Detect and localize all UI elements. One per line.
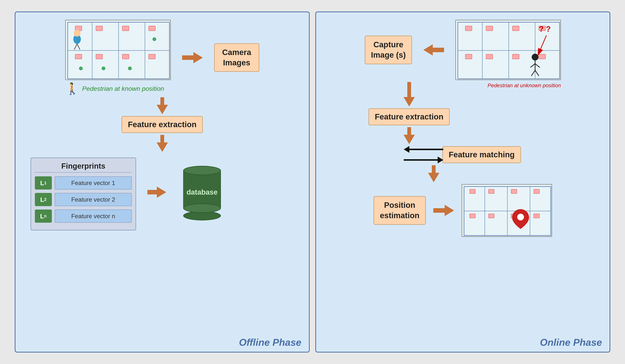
- svg-rect-54: [534, 189, 539, 193]
- svg-point-15: [102, 66, 105, 70]
- online-phase-box: Capture Image (s): [315, 11, 610, 353]
- arrow-stem-h: [147, 190, 157, 194]
- arrow-right-db: [157, 186, 166, 198]
- database-container: database: [183, 166, 221, 218]
- feature-extraction-label-offline: Feature extraction: [128, 120, 196, 129]
- online-floor-plan-top: ? ?: [455, 20, 561, 80]
- result-floor-plan: [462, 184, 552, 237]
- arrow-to-result-map: [433, 205, 454, 216]
- arrow-down-to-matching: [404, 127, 415, 144]
- offline-floor-plan: [65, 20, 171, 80]
- arrow-down-to-db: [157, 135, 168, 152]
- fp-row-2: L2 Feature vector 2: [35, 193, 132, 206]
- vstem: [160, 97, 164, 105]
- svg-rect-11: [96, 54, 102, 59]
- svg-rect-10: [75, 54, 82, 59]
- arrow-right-icon: [193, 52, 203, 63]
- db-bottom1: [183, 204, 221, 213]
- svg-rect-13: [149, 54, 155, 59]
- db-label: database: [187, 188, 218, 196]
- arrow-down-from-capture: [404, 82, 415, 106]
- position-estimation-box: Position estimation: [374, 196, 426, 225]
- capture-image-box: Capture Image (s): [365, 36, 412, 64]
- pedestrian-text-offline: Pedestrian at known position: [82, 85, 164, 92]
- svg-rect-29: [486, 26, 493, 31]
- feature-matching-row: Feature matching: [405, 146, 521, 163]
- vstem5: [432, 165, 436, 173]
- vstem4: [407, 127, 411, 135]
- online-db-area: [405, 146, 442, 163]
- svg-rect-9: [149, 26, 155, 31]
- fp-vec-n: Feature vector n: [55, 210, 132, 223]
- svg-rect-30: [512, 26, 519, 31]
- arrow-down-icon2: [157, 142, 168, 152]
- offline-arrow-to-camera: [182, 52, 203, 63]
- db-cylinder: database: [183, 166, 221, 218]
- offline-phase-label: Offline Phase: [239, 337, 301, 348]
- arrow-down-position: [428, 173, 439, 182]
- fingerprints-container: Fingerprints L1 Feature vector 1 L2 Feat…: [31, 157, 136, 230]
- svg-rect-58: [534, 214, 539, 218]
- svg-rect-35: [539, 54, 545, 59]
- fp-loc-n: Ln: [35, 210, 52, 223]
- arrow-to-left-db: [404, 146, 443, 153]
- online-phase-label: Online Phase: [540, 337, 602, 348]
- camera-images-label: Camera Images: [222, 48, 251, 67]
- db-arrows-online: [404, 146, 443, 163]
- main-container: 🚶 Pedestrian at known position Camera Im…: [11, 8, 614, 356]
- position-estimation-label: Position estimation: [380, 201, 419, 220]
- svg-rect-34: [512, 54, 519, 59]
- svg-rect-28: [465, 26, 472, 31]
- arrow-stem: [182, 55, 193, 60]
- online-row1: Capture Image (s): [325, 20, 600, 80]
- offline-row2: Fingerprints L1 Feature vector 1 L2 Feat…: [25, 154, 300, 230]
- arrow-down-capture: [404, 97, 415, 106]
- offline-row1: 🚶 Pedestrian at known position Camera Im…: [25, 20, 300, 95]
- arrow-down-to-position: [428, 165, 439, 182]
- svg-rect-32: [465, 54, 472, 59]
- arrow-right-result: [445, 205, 454, 216]
- online-top-right: ? ? Pedestrian at unknown position: [455, 20, 561, 80]
- svg-text:? ?: ? ?: [539, 25, 551, 33]
- vstem3: [407, 82, 411, 97]
- feature-matching-box: Feature matching: [442, 146, 521, 163]
- arrow-down-icon: [157, 105, 168, 114]
- svg-rect-56: [489, 214, 494, 218]
- db-top: [183, 166, 221, 175]
- online-inner: Capture Image (s): [325, 20, 600, 237]
- svg-point-16: [128, 66, 132, 70]
- pedestrian-label-offline: 🚶 Pedestrian at known position: [65, 82, 164, 95]
- fp-row-n: Ln Feature vector n: [35, 210, 132, 223]
- svg-point-17: [153, 37, 156, 41]
- arrow-from-fp-online: [423, 44, 444, 56]
- fp-row-1: L1 Feature vector 1: [35, 176, 132, 189]
- offline-left: 🚶 Pedestrian at known position: [65, 20, 171, 95]
- svg-rect-52: [489, 189, 494, 193]
- svg-point-14: [79, 66, 83, 70]
- svg-point-60: [517, 214, 524, 220]
- fp-loc-1: L1: [35, 176, 52, 189]
- fp-vec-1: Feature vector 1: [55, 176, 132, 189]
- result-map-container: [462, 184, 552, 237]
- pedestrian-label-online: Pedestrian at unknown position: [488, 83, 561, 89]
- svg-point-19: [74, 30, 80, 36]
- svg-rect-55: [470, 214, 475, 218]
- svg-rect-8: [122, 26, 129, 31]
- svg-rect-7: [96, 26, 102, 31]
- offline-phase-box: 🚶 Pedestrian at known position Camera Im…: [15, 11, 310, 353]
- svg-rect-33: [486, 54, 493, 59]
- svg-rect-12: [122, 54, 129, 59]
- feature-extraction-box-online: Feature extraction: [369, 108, 449, 125]
- fingerprints-title: Fingerprints: [35, 162, 132, 173]
- pedestrian-icon-offline: 🚶: [65, 82, 79, 95]
- feature-matching-label: Feature matching: [449, 150, 515, 159]
- arrow-down-from-camera: [157, 97, 168, 114]
- fp-loc-2: L2: [35, 193, 52, 206]
- svg-point-36: [532, 54, 538, 61]
- offline-inner: 🚶 Pedestrian at known position Camera Im…: [25, 20, 300, 230]
- feature-extraction-label-online: Feature extraction: [375, 112, 443, 121]
- fp-vec-2: Feature vector 2: [55, 193, 132, 206]
- feature-extraction-box-offline: Feature extraction: [122, 116, 203, 133]
- arrow-stem-result: [433, 208, 445, 213]
- position-estimation-row: Position estimation: [374, 184, 552, 237]
